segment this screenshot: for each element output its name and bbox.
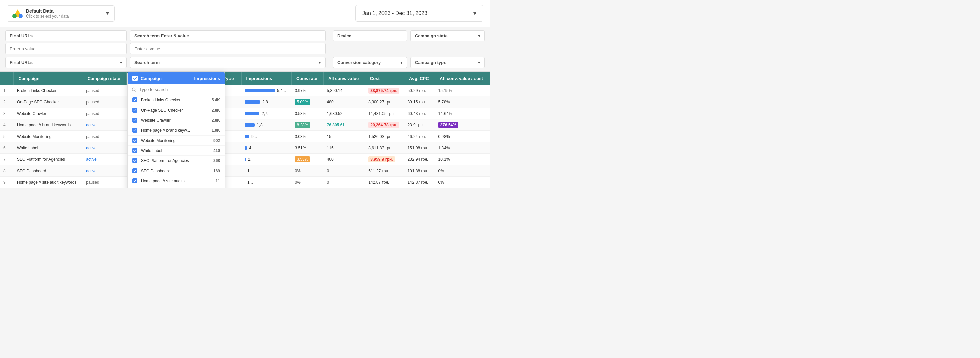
row-impressions: 1,8... bbox=[241, 119, 291, 131]
row-all-conv-value: 0 bbox=[323, 165, 365, 177]
dropdown-item[interactable]: Website Monitoring 902 bbox=[128, 135, 225, 146]
row-cost: 142.87 грн. bbox=[365, 177, 404, 188]
row-cost: 38,875.74 грн. bbox=[365, 85, 404, 96]
row-all-conv-value-cost: 14.64% bbox=[435, 108, 490, 119]
dropdown-item[interactable]: Home page // brand keyw... 1.9K bbox=[128, 126, 225, 135]
row-num: 5. bbox=[0, 131, 13, 142]
dropdown-search-bar bbox=[128, 84, 225, 95]
google-ads-logo bbox=[13, 8, 22, 19]
col-conv-rate[interactable]: Conv. rate bbox=[291, 72, 323, 85]
campaign-state-filter[interactable]: Campaign state ▾ bbox=[410, 30, 485, 54]
dropdown-search-input[interactable] bbox=[139, 87, 221, 92]
row-impressions: 2,7... bbox=[241, 108, 291, 119]
item-name: Home page // site audit k... bbox=[141, 179, 212, 183]
dropdown-items-list: Broken Links Checker 5.4K On-Page SEO Ch… bbox=[128, 95, 225, 188]
row-all-conv-value-cost: 0% bbox=[435, 177, 490, 188]
row-avg-cpc: 232.94 грн. bbox=[404, 154, 435, 165]
row-state: active bbox=[83, 154, 127, 165]
row-num: 2. bbox=[0, 96, 13, 108]
final-urls-label: Final URLs bbox=[5, 30, 127, 41]
row-avg-cpc: 46.24 грн. bbox=[404, 131, 435, 142]
dropdown-item[interactable]: White Label 410 bbox=[128, 146, 225, 156]
item-checkbox[interactable] bbox=[132, 118, 137, 123]
dropdown-item[interactable]: SEO Platform for Agencies 268 bbox=[128, 156, 225, 166]
row-num: 6. bbox=[0, 142, 13, 154]
row-campaign: SEO Dashboard bbox=[13, 165, 83, 177]
campaign-dropdown[interactable]: Campaign Impressions Broken Links Checke… bbox=[127, 72, 225, 188]
item-checkbox[interactable] bbox=[132, 168, 137, 173]
item-count: 2.8K bbox=[212, 108, 220, 113]
row-impressions: 2,8... bbox=[241, 96, 291, 108]
filter-row-2: Final URLs ▾ Search term ▾ Conversion ca… bbox=[5, 57, 485, 68]
col-campaign-state[interactable]: Campaign state bbox=[83, 72, 127, 85]
item-name: SEO Platform for Agencies bbox=[141, 158, 210, 163]
row-conv-rate: 8.28% bbox=[291, 119, 323, 131]
campaign-state-label: Campaign state ▾ bbox=[410, 30, 485, 41]
row-avg-cpc: 23.9 грн. bbox=[404, 119, 435, 131]
date-range-text: Jan 1, 2023 - Dec 31, 2023 bbox=[362, 10, 427, 16]
col-campaign[interactable]: Campaign bbox=[13, 72, 83, 85]
row-cost: 8,300.27 грн. bbox=[365, 96, 404, 108]
item-checkbox[interactable] bbox=[132, 128, 137, 133]
final-urls-filter: Final URLs bbox=[5, 30, 127, 54]
svg-line-4 bbox=[135, 90, 137, 92]
item-checkbox[interactable] bbox=[132, 178, 137, 183]
dropdown-item[interactable]: Home page // site audit k... 11 bbox=[128, 176, 225, 186]
data-selector[interactable]: Default Data Click to select your data ▾ bbox=[7, 5, 115, 22]
dropdown-header-impressions-label: Impressions bbox=[194, 76, 220, 81]
date-range-selector[interactable]: Jan 1, 2023 - Dec 31, 2023 ▾ bbox=[355, 5, 483, 22]
dropdown-item[interactable]: Website Crawler 2.8K bbox=[128, 115, 225, 126]
row-campaign: Broken Links Checker bbox=[13, 85, 83, 96]
dropdown-item[interactable]: Brammels (кмс) 0 bbox=[128, 186, 225, 188]
col-all-conv-value[interactable]: All conv. value bbox=[323, 72, 365, 85]
campaign-type-filter[interactable]: Campaign type ▾ bbox=[410, 57, 485, 68]
final-urls-dd[interactable]: Final URLs ▾ bbox=[5, 57, 127, 68]
three-dots-menu[interactable]: ⋮ bbox=[477, 75, 485, 83]
svg-point-2 bbox=[13, 14, 16, 18]
item-count: 268 bbox=[213, 158, 220, 163]
row-num: 1. bbox=[0, 85, 13, 96]
row-conv-rate: 3.51% bbox=[291, 142, 323, 154]
device-filter[interactable]: Device bbox=[333, 30, 407, 54]
col-impressions[interactable]: Impressions bbox=[241, 72, 291, 85]
item-checkbox[interactable] bbox=[132, 108, 137, 113]
campaign-state-arrow: ▾ bbox=[478, 33, 480, 38]
row-impressions: 4... bbox=[241, 142, 291, 154]
row-campaign: Home page // site audit keywords bbox=[13, 177, 83, 188]
search-term-input[interactable] bbox=[130, 43, 326, 54]
search-term-dd[interactable]: Search term ▾ bbox=[130, 57, 326, 68]
col-cost[interactable]: Cost bbox=[365, 72, 404, 85]
row-conv-rate: 0.53% bbox=[291, 108, 323, 119]
row-impressions: 1... bbox=[241, 177, 291, 188]
row-state: active bbox=[83, 142, 127, 154]
campaign-type-label: Campaign type bbox=[415, 60, 446, 65]
dropdown-item[interactable]: Broken Links Checker 5.4K bbox=[128, 95, 225, 105]
conversion-category-filter[interactable]: Conversion category ▾ bbox=[333, 57, 407, 68]
item-checkbox[interactable] bbox=[132, 138, 137, 143]
row-all-conv-value-cost: 1.34% bbox=[435, 142, 490, 154]
row-all-conv-value: 76,305.61 bbox=[323, 119, 365, 131]
row-campaign: Home page // brand keywords bbox=[13, 119, 83, 131]
row-campaign: Website Crawler bbox=[13, 108, 83, 119]
item-name: Website Monitoring bbox=[141, 138, 210, 143]
row-all-conv-value: 15 bbox=[323, 131, 365, 142]
table-row: 6. White Label active Search Only Maximi… bbox=[0, 142, 490, 154]
row-state: paused bbox=[83, 96, 127, 108]
item-count: 169 bbox=[213, 169, 220, 173]
item-checkbox[interactable] bbox=[132, 148, 137, 153]
item-checkbox[interactable] bbox=[132, 97, 137, 102]
col-avg-cpc[interactable]: Avg. CPC bbox=[404, 72, 435, 85]
table-row: 8. SEO Dashboard active Search Only Maxi… bbox=[0, 165, 490, 177]
item-checkbox[interactable] bbox=[132, 158, 137, 163]
row-state: paused bbox=[83, 85, 127, 96]
dropdown-item[interactable]: SEO Dashboard 169 bbox=[128, 166, 225, 176]
dropdown-item[interactable]: On-Page SEO Checker 2.8K bbox=[128, 105, 225, 115]
row-all-conv-value: 480 bbox=[323, 96, 365, 108]
item-name: Broken Links Checker bbox=[141, 98, 208, 102]
dropdown-header-checkbox[interactable] bbox=[132, 75, 138, 81]
row-all-conv-value-cost: 5.78% bbox=[435, 96, 490, 108]
row-campaign: Website Monitoring bbox=[13, 131, 83, 142]
row-state: paused bbox=[83, 108, 127, 119]
final-urls-input[interactable] bbox=[5, 43, 127, 54]
row-cost: 611.27 грн. bbox=[365, 165, 404, 177]
